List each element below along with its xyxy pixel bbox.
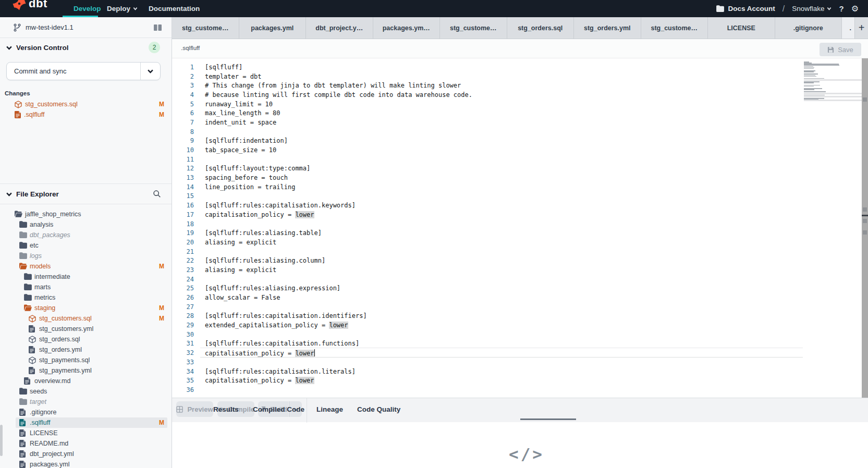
code-line-12[interactable]: 12[sqlfluff:layout:type:comma] [172,164,868,174]
editor-scrollbar[interactable] [862,58,868,398]
code-line-3[interactable]: 3# This change (from jinja to dbt templa… [172,81,868,90]
editor-tab-active-partial[interactable]: . [842,17,855,39]
changed-file-row[interactable]: .sqlfluffM [0,109,172,120]
sidebar-scrollbar[interactable] [0,425,3,456]
code-line-7[interactable]: 7indent_unit = space [172,118,868,127]
code-line-26[interactable]: 26allow_scalar = False [172,293,868,302]
tree-item-intermediate[interactable]: intermediate [0,272,172,282]
code-line-27[interactable]: 27 [172,302,868,312]
save-button[interactable]: Save [820,43,861,56]
editor-tab-3[interactable]: packages.ym… [373,17,441,39]
tree-item-analysis[interactable]: analysis [0,219,172,230]
editor-tab-8[interactable]: LICENSE [708,17,775,39]
tree-item-readme-md[interactable]: README.md [0,438,172,449]
tree-item-stg-payments-yml[interactable]: stg_payments.yml [0,365,172,376]
nav-develop[interactable]: Develop [74,0,101,17]
code-line-1[interactable]: 1[sqlfluff] [172,63,868,72]
code-line-34[interactable]: 34[sqlfluff:rules:capitalisation.literal… [172,367,868,376]
code-line-4[interactable]: 4# because linting will first compile db… [172,90,868,100]
code-line-36[interactable]: 36 [172,385,868,395]
tree-item-models[interactable]: modelsM [0,261,172,272]
commit-and-sync-button[interactable]: Commit and sync [6,62,161,80]
code-line-23[interactable]: 23aliasing = explicit [172,265,868,275]
commit-options-dropdown[interactable] [140,63,160,80]
editor-tab-1[interactable]: packages.yml [239,17,307,39]
tree-item-stg-payments-sql[interactable]: stg_payments.sql [0,355,172,365]
nav-documentation[interactable]: Documentation [149,0,200,17]
nav-deploy[interactable]: Deploy [107,0,138,17]
account-switcher[interactable]: Docs Account [716,5,775,13]
code-line-19[interactable]: 19[sqlfluff:rules:aliasing.table] [172,228,868,238]
tree-item-stg-customers-yml[interactable]: stg_customers.yml [0,324,172,334]
code-line-35[interactable]: 35capitalisation_policy = lower [172,376,868,385]
code-line-21[interactable]: 21 [172,247,868,256]
editor-minimap[interactable] [804,61,840,102]
tree-item-logs[interactable]: logs [0,251,172,261]
editor-tab-7[interactable]: stg_custome… [641,17,708,39]
code-line-8[interactable]: 8 [172,127,868,137]
code-line-31[interactable]: 31[sqlfluff:rules:capitalisation.functio… [172,339,868,349]
search-icon[interactable] [153,190,161,198]
tree-item-stg-customers-sql[interactable]: stg_customers.sqlM [0,313,172,324]
code-line-13[interactable]: 13spacing_before = touch [172,173,868,182]
code-line-22[interactable]: 22[sqlfluff:rules:aliasing.column] [172,256,868,265]
code-line-15[interactable]: 15 [172,192,868,201]
bottom-tab-results[interactable]: Results [213,398,239,421]
bottom-tab-lineage[interactable]: Lineage [316,398,343,421]
bottom-tab-code-quality[interactable]: Code Quality [357,398,400,421]
tree-item-dbt-packages[interactable]: dbt_packages [0,230,172,240]
code-line-32[interactable]: 32capitalisation_policy = lower [172,348,868,358]
connection-switcher[interactable]: Snowflake [792,5,832,13]
editor-tab-2[interactable]: dbt_project.y… [306,17,373,39]
tree-item-metrics[interactable]: metrics [0,292,172,303]
help-button[interactable]: ? [839,4,843,13]
tree-item-target[interactable]: target [0,397,172,407]
editor-tab-4[interactable]: stg_custome… [440,17,507,39]
code-line-33[interactable]: 33 [172,358,868,367]
tree-item-license[interactable]: LICENSE [0,428,172,438]
code-line-18[interactable]: 18 [172,219,868,229]
editor-tab-0[interactable]: stg_custome… [172,17,239,39]
settings-gear-icon[interactable]: ⚙ [851,4,859,14]
code-line-5[interactable]: 5runaway_limit = 10 [172,100,868,109]
editor-tab-5[interactable]: stg_orders.sql [507,17,574,39]
code-line-10[interactable]: 10tab_space_size = 10 [172,145,868,155]
tree-item-packages-yml[interactable]: packages.yml [0,459,172,468]
code-line-30[interactable]: 30 [172,330,868,339]
code-line-14[interactable]: 14line_position = trailing [172,182,868,192]
tree-item-staging[interactable]: stagingM [0,303,172,313]
dbt-logo[interactable]: dbt [13,0,47,10]
code-line-29[interactable]: 29extended_capitalisation_policy = lower [172,321,868,330]
tree-item--sqlfluff[interactable]: .sqlfluffM [0,417,172,428]
code-line-25[interactable]: 25[sqlfluff:rules:aliasing.expression] [172,284,868,293]
tree-item-seeds[interactable]: seeds [0,386,172,397]
code-line-6[interactable]: 6max_line_length = 80 [172,108,868,118]
tree-item-stg-orders-sql[interactable]: stg_orders.sql [0,334,172,344]
bottom-tab-compiled-code[interactable]: Compiled Code [253,398,304,421]
code-line-17[interactable]: 17capitalisation_policy = lower [172,210,868,219]
preview-button[interactable]: Preview [176,401,213,417]
new-tab-button[interactable]: + [855,17,868,39]
code-line-24[interactable]: 24 [172,275,868,284]
changed-file-row[interactable]: stg_customers.sqlM [0,99,172,109]
code-line-16[interactable]: 16[sqlfluff:rules:capitalisation.keyword… [172,201,868,210]
tree-item-etc[interactable]: etc [0,240,172,251]
code-line-11[interactable]: 11 [172,155,868,164]
code-line-20[interactable]: 20aliasing = explicit [172,238,868,247]
code-line-9[interactable]: 9[sqlfluff:indentation] [172,137,868,146]
tree-item-overview-md[interactable]: overview.md [0,376,172,386]
tree-item-jaffle-shop-metrics[interactable]: jaffle_shop_metrics [0,209,172,219]
editor-tab-6[interactable]: stg_orders.yml [574,17,641,39]
code-editor[interactable]: 1[sqlfluff]2templater = dbt3# This chang… [172,58,868,398]
tree-item-marts[interactable]: marts [0,282,172,292]
tree-item-dbt-project-yml[interactable]: dbt_project.yml [0,449,172,459]
editor-tab-9[interactable]: .gitignore [775,17,842,39]
tree-item-stg-orders-yml[interactable]: stg_orders.yml [0,344,172,355]
code-line-28[interactable]: 28[sqlfluff:rules:capitalisation.identif… [172,312,868,321]
panel-layout-icon[interactable] [153,24,162,31]
file-explorer-header[interactable]: File Explorer [0,184,172,204]
code-line-2[interactable]: 2templater = dbt [172,72,868,81]
version-control-header[interactable]: Version Control 2 [0,38,172,57]
git-branch-row[interactable]: mw-test-idev1.1 [0,17,172,38]
tree-item--gitignore[interactable]: .gitignore [0,407,172,417]
